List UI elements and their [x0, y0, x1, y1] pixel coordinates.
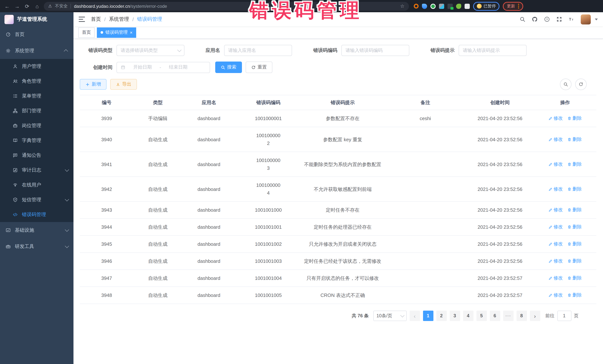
- extension-drop-icon[interactable]: [422, 3, 427, 9]
- edit-link[interactable]: 修改: [548, 291, 563, 299]
- edit-link[interactable]: 修改: [548, 257, 563, 265]
- font-size-icon[interactable]: TT: [568, 16, 574, 22]
- extension-vue-icon[interactable]: [430, 3, 436, 9]
- hamburger-icon[interactable]: [79, 17, 85, 22]
- page-button-1[interactable]: 1: [423, 311, 433, 321]
- reset-button[interactable]: 重置: [246, 62, 272, 73]
- avatar[interactable]: [581, 14, 591, 24]
- extensions-puzzle-icon[interactable]: [464, 3, 470, 9]
- breadcrumb-system[interactable]: 系统管理: [109, 16, 129, 22]
- cell-code: 100100000 4: [236, 177, 301, 201]
- extension-leaf-icon[interactable]: [456, 3, 461, 9]
- delete-link[interactable]: 删除: [567, 206, 582, 214]
- cell-code: 1001001004: [236, 270, 301, 287]
- page-button-2[interactable]: 2: [436, 311, 447, 321]
- edit-link[interactable]: 修改: [548, 135, 563, 143]
- breadcrumb-home[interactable]: 首页: [91, 16, 101, 22]
- github-icon[interactable]: [532, 16, 538, 22]
- edit-link[interactable]: 修改: [548, 274, 563, 282]
- fullscreen-icon[interactable]: [556, 16, 562, 22]
- back-icon[interactable]: ←: [4, 3, 10, 9]
- delete-link[interactable]: 删除: [567, 240, 582, 248]
- extension-grid-icon[interactable]: [439, 3, 444, 9]
- edit-link[interactable]: 修改: [548, 115, 563, 122]
- tab-error-code[interactable]: 错误码管理 ×: [97, 27, 136, 38]
- sidebar-item-error-code[interactable]: 错误码管理: [0, 207, 73, 222]
- delete-link[interactable]: 删除: [567, 291, 582, 299]
- profile-paused-badge[interactable]: 已暂停: [473, 2, 499, 11]
- toggle-search-button[interactable]: [560, 78, 571, 90]
- sidebar-item-notice[interactable]: 通知公告: [0, 148, 73, 163]
- sidebar-item-infrastructure[interactable]: 基础设施: [0, 222, 73, 238]
- sidebar-item-departments[interactable]: 部门管理: [0, 103, 73, 118]
- star-icon[interactable]: ☆: [400, 3, 405, 9]
- refresh-table-button[interactable]: [575, 78, 587, 90]
- end-date-placeholder[interactable]: 结束日期: [164, 64, 192, 70]
- error-type-select[interactable]: 请选择错误码类型: [116, 45, 185, 56]
- sidebar-item-system[interactable]: 系统管理: [0, 43, 73, 59]
- cell-time: 2021-04-20 23:52:56: [466, 131, 534, 148]
- sidebar-item-home[interactable]: 首页: [0, 26, 73, 43]
- delete-link[interactable]: 删除: [567, 115, 582, 122]
- delete-link[interactable]: 删除: [567, 274, 582, 282]
- error-hint-input[interactable]: [459, 45, 527, 56]
- edit-link[interactable]: 修改: [548, 240, 563, 248]
- home-icon[interactable]: ⌂: [34, 3, 40, 9]
- sidebar-item-dict[interactable]: 字典管理: [0, 133, 73, 148]
- sidebar-item-posts[interactable]: 岗位管理: [0, 118, 73, 133]
- sidebar-item-dev-tools[interactable]: 研发工具: [0, 238, 73, 255]
- date-range-picker[interactable]: 开始日期 - 结束日期: [116, 62, 210, 73]
- delete-link[interactable]: 删除: [567, 135, 582, 143]
- page-button-4[interactable]: 4: [463, 311, 473, 321]
- forward-icon[interactable]: →: [14, 3, 20, 9]
- page-size-select[interactable]: 10条/页: [373, 311, 406, 321]
- error-type-label: 错误码类型: [80, 47, 112, 54]
- tab-home[interactable]: 首页: [78, 27, 95, 38]
- edit-link[interactable]: 修改: [548, 185, 563, 193]
- delete-link[interactable]: 删除: [567, 257, 582, 265]
- extension-on-icon[interactable]: [448, 3, 453, 9]
- page-button-8[interactable]: 8: [516, 311, 527, 321]
- browser-menu-icon[interactable]: [518, 4, 519, 9]
- sidebar-item-online-users[interactable]: 在线用户: [0, 177, 73, 192]
- search-button[interactable]: 搜索: [215, 62, 242, 73]
- edit-link[interactable]: 修改: [548, 160, 563, 168]
- page-button-3[interactable]: 3: [450, 311, 460, 321]
- delete-link[interactable]: 删除: [567, 185, 582, 193]
- cell-msg: 参数配置 key 重复: [301, 131, 385, 148]
- reload-icon[interactable]: ⟳: [24, 3, 30, 9]
- add-button[interactable]: 新增: [80, 79, 106, 90]
- delete-link[interactable]: 删除: [567, 223, 582, 231]
- security-label[interactable]: 不安全: [55, 3, 68, 9]
- sidebar-item-sms[interactable]: 短信管理: [0, 192, 73, 207]
- extension-gear-icon[interactable]: [414, 4, 418, 9]
- paused-label: 已暂停: [484, 3, 496, 9]
- start-date-placeholder[interactable]: 开始日期: [129, 64, 156, 70]
- more-pages-button[interactable]: ···: [503, 311, 513, 321]
- search-icon[interactable]: [520, 16, 525, 22]
- error-code-input[interactable]: [341, 45, 409, 56]
- svg-text:?: ?: [546, 18, 548, 21]
- sidebar-item-users[interactable]: 用户管理: [0, 59, 73, 74]
- app-logo-row[interactable]: 芋道管理系统: [0, 12, 73, 26]
- export-button[interactable]: 导出: [110, 79, 137, 90]
- error-hint-label: 错误码提示: [430, 47, 454, 54]
- delete-icon: [567, 293, 571, 297]
- page-button-6[interactable]: 6: [490, 311, 500, 321]
- edit-link[interactable]: 修改: [548, 206, 563, 214]
- edit-link[interactable]: 修改: [548, 223, 563, 231]
- avatar-caret-icon[interactable]: [595, 18, 598, 20]
- sidebar-item-roles[interactable]: 角色管理: [0, 74, 73, 88]
- question-icon[interactable]: ?: [544, 16, 550, 22]
- goto-page-input[interactable]: [557, 311, 571, 321]
- next-page-button[interactable]: ›: [530, 311, 540, 321]
- delete-link[interactable]: 删除: [567, 160, 582, 168]
- sidebar-item-menus[interactable]: 菜单管理: [0, 88, 73, 103]
- app-name-input[interactable]: [224, 45, 292, 56]
- cell-code: 100100000 2: [236, 127, 301, 152]
- close-icon[interactable]: ×: [130, 30, 132, 35]
- page-button-5[interactable]: 5: [476, 311, 487, 321]
- browser-update-button[interactable]: 更新: [503, 2, 523, 11]
- prev-page-button[interactable]: ‹: [409, 311, 420, 321]
- sidebar-item-audit-log[interactable]: 审计日志: [0, 163, 73, 177]
